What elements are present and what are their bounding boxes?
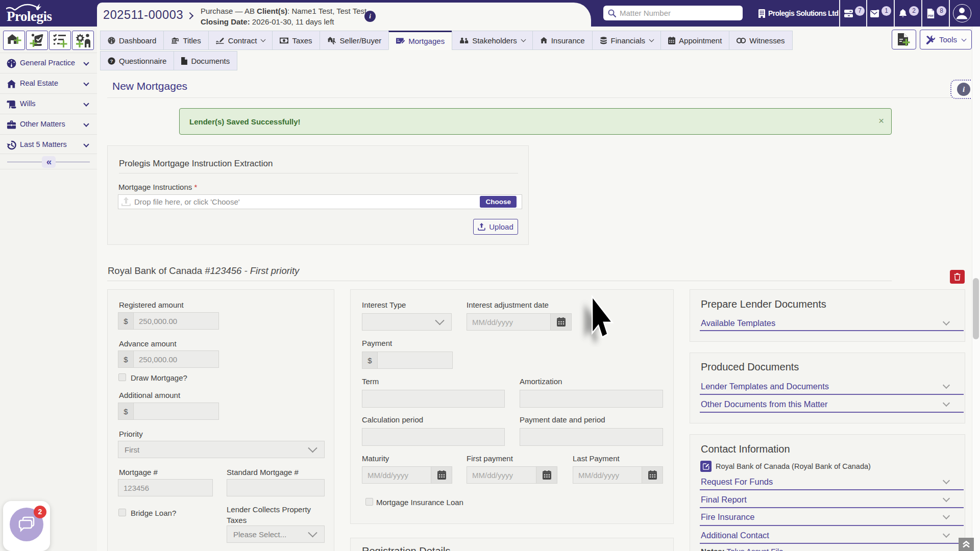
lender-templates-accordion[interactable]: Lender Templates and Documents — [701, 382, 829, 391]
bell-icon — [899, 9, 907, 18]
tab-witnesses[interactable]: Witnesses — [729, 31, 792, 50]
choose-button[interactable]: Choose — [480, 196, 517, 208]
mortgage-instructions-label-text: Mortgage Instructions — [118, 183, 192, 191]
tab-documents[interactable]: Documents — [174, 51, 237, 70]
request-for-funds-accordion[interactable]: Request For Funds — [701, 477, 773, 487]
draw-mortgage-checkbox[interactable] — [118, 373, 126, 381]
tab-dashboard[interactable]: Dashboard — [100, 31, 164, 50]
pdf-button[interactable]: PDF 8 — [927, 0, 946, 27]
tab-financials[interactable]: Financials — [592, 31, 662, 50]
edit-contact-button[interactable] — [700, 461, 712, 472]
building-icon — [758, 9, 765, 18]
matter-number[interactable]: 202511-00003 — [103, 7, 183, 22]
divider — [7, 162, 43, 162]
notes-link[interactable]: Telus Assyst File — [727, 547, 783, 551]
calendar-button[interactable] — [431, 466, 452, 484]
produced-documents-title: Produced Documents — [701, 361, 799, 373]
sidebar-item-last-5-matters[interactable]: Last 5 Matters — [0, 134, 97, 155]
chat-icon — [17, 516, 36, 533]
mail-button[interactable]: 1 — [870, 0, 891, 27]
tab-seller-buyer[interactable]: Seller/Buyer — [320, 31, 389, 50]
quick-new-will-button[interactable] — [26, 31, 48, 50]
checklist-plus-icon — [53, 34, 68, 47]
tab-contract[interactable]: Contract — [208, 31, 273, 50]
tab-mortgages[interactable]: Mortgages — [388, 31, 452, 50]
sidebar-collapse[interactable]: « — [0, 154, 97, 169]
priority-select[interactable]: First — [118, 441, 325, 458]
first-payment-group — [467, 466, 557, 484]
contact-name: Royal Bank of Canada (Royal Bank of Cana… — [716, 462, 871, 470]
interest-type-select[interactable] — [362, 313, 452, 331]
matter-info-icon[interactable]: i — [364, 11, 376, 22]
calculation-period-input[interactable] — [362, 428, 505, 446]
tools-button[interactable]: Tools — [920, 30, 972, 49]
sidebar-item-real-estate[interactable]: Real Estate — [0, 73, 97, 93]
additional-amount-input[interactable] — [133, 403, 219, 420]
scrollbar-thumb[interactable] — [973, 278, 979, 339]
file-drop-input[interactable]: Drop file here, or click 'Choose' Choose — [118, 194, 522, 209]
advance-amount-input[interactable] — [133, 350, 219, 368]
chevron-down-icon — [943, 531, 950, 538]
calendar-button[interactable] — [642, 466, 663, 484]
final-report-accordion[interactable]: Final Report — [701, 495, 747, 505]
quick-new-stakeholder-button[interactable] — [72, 31, 94, 50]
tab-taxes[interactable]: Taxes — [272, 31, 320, 50]
tab-stakeholders[interactable]: Stakeholders — [452, 31, 533, 50]
tab-appointment[interactable]: Appointment — [660, 31, 729, 50]
available-templates-accordion[interactable]: Available Templates — [701, 318, 775, 328]
tasks-button[interactable]: 7 — [844, 0, 865, 27]
other-documents-accordion[interactable]: Other Documents from this Matter — [701, 399, 828, 409]
info-icon[interactable]: i — [957, 83, 970, 96]
delete-mortgage-button[interactable] — [950, 270, 965, 284]
scroll-to-top-button[interactable] — [959, 538, 974, 551]
amortization-input[interactable] — [520, 390, 663, 408]
new-document-button[interactable] — [892, 30, 916, 49]
bridge-loan-checkbox[interactable] — [118, 509, 126, 516]
org-name[interactable]: Prolegis Solutions Ltd — [758, 0, 839, 27]
tab-questionnaire[interactable]: ? Questionnaire — [100, 51, 174, 70]
additional-contact-accordion[interactable]: Additional Contact — [701, 531, 769, 540]
registered-amount-input[interactable] — [133, 312, 219, 330]
lender-collects-select[interactable]: Please Select... — [227, 525, 325, 543]
alert-close-button[interactable]: × — [878, 115, 884, 127]
tab-label: Dashboard — [119, 36, 156, 45]
interest-adjustment-input[interactable] — [467, 313, 551, 331]
last-payment-input[interactable] — [573, 466, 642, 484]
calendar-button[interactable] — [551, 313, 572, 331]
matter-breadcrumb-chevron-icon — [186, 12, 193, 19]
sidebar-item-wills[interactable]: Wills — [0, 93, 97, 114]
chevron-down-icon — [943, 495, 950, 502]
advance-amount-group: $ — [118, 350, 219, 368]
tab-titles[interactable]: Titles — [163, 31, 208, 50]
chat-badge: 2 — [34, 506, 46, 518]
search-input[interactable] — [620, 9, 738, 17]
first-payment-input[interactable] — [467, 466, 536, 484]
binoculars-icon — [737, 37, 746, 44]
upload-button[interactable]: Upload — [473, 219, 518, 235]
mortgage-insurance-checkbox[interactable] — [365, 498, 373, 506]
calendar-button[interactable] — [536, 466, 557, 484]
file-plus-icon — [897, 33, 911, 47]
standard-mortgage-number-input[interactable] — [227, 479, 325, 496]
sidebar-item-general-practice[interactable]: General Practice — [0, 53, 97, 73]
tab-insurance[interactable]: Insurance — [532, 31, 593, 50]
main-tabs: Dashboard Titles Contract Taxes Seller/B… — [100, 31, 793, 50]
page-title: New Mortgages — [112, 80, 187, 92]
tab-label: Seller/Buyer — [340, 36, 382, 45]
quick-new-checklist-button[interactable] — [49, 31, 71, 50]
payment-input[interactable] — [377, 352, 453, 369]
fire-insurance-accordion[interactable]: Fire Insurance — [701, 512, 754, 522]
mortgage-number-input[interactable] — [118, 479, 213, 496]
tab-label: Appointment — [679, 36, 722, 45]
maturity-input[interactable] — [362, 466, 431, 484]
chevron-down-icon — [435, 316, 444, 325]
notifications-button[interactable]: 2 — [899, 0, 919, 27]
sidebar-item-other-matters[interactable]: Other Matters — [0, 114, 97, 134]
prepare-lender-documents-title: Prepare Lender Documents — [701, 298, 826, 310]
chevron-down-icon — [83, 141, 89, 147]
term-input[interactable] — [362, 390, 505, 408]
payment-date-period-input[interactable] — [520, 428, 663, 446]
avatar[interactable] — [953, 4, 971, 22]
quick-new-real-estate-button[interactable] — [3, 31, 25, 50]
prolegis-logo[interactable]: Prolegis — [6, 2, 62, 26]
